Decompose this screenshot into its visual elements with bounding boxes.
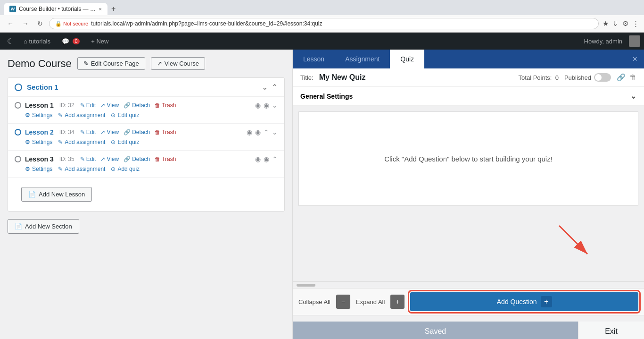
- lesson-3-edit-link[interactable]: ✎ Edit: [80, 156, 96, 162]
- visibility-icon-3a[interactable]: ◉: [255, 155, 261, 163]
- quiz-empty-text: Click "Add Question" below to start buil…: [384, 155, 553, 163]
- tab-quiz[interactable]: Quiz: [390, 50, 424, 68]
- section-expand-icon[interactable]: ⌃: [272, 83, 278, 92]
- lesson-2-name: Lesson 2: [25, 128, 54, 136]
- visibility-icon-1b[interactable]: ◉: [264, 102, 269, 109]
- lesson-2-trash-link[interactable]: 🗑 Trash: [155, 129, 176, 136]
- lesson-2-settings-link[interactable]: ⚙ Settings: [25, 139, 52, 145]
- view-icon: ↗: [100, 156, 105, 162]
- lesson-1-icons: ◉ ◉ ⌄: [255, 102, 278, 109]
- menu-icon[interactable]: ⋮: [632, 19, 639, 28]
- quiz-scroll-area[interactable]: Click "Add Question" below to start buil…: [293, 106, 644, 281]
- lesson-3-detach-link[interactable]: 🔗 Detach: [124, 156, 150, 162]
- quiz-title-value: My New Quiz: [319, 73, 513, 82]
- collapse-icon[interactable]: ⌄: [272, 102, 278, 109]
- download-icon[interactable]: ⇓: [612, 19, 619, 28]
- edit-icon: ✎: [83, 60, 89, 67]
- add-new-section-button[interactable]: 📄 Add New Section: [8, 219, 79, 234]
- lesson-3-add-assignment-link[interactable]: ✎ Add assignment: [58, 166, 105, 172]
- lesson-3-settings-link[interactable]: ⚙ Settings: [25, 166, 52, 172]
- bookmark-icon[interactable]: ★: [603, 19, 609, 28]
- quiz-published-toggle[interactable]: Published: [564, 73, 611, 82]
- edit-icon: ✎: [80, 102, 85, 109]
- tab-favicon: W: [9, 6, 16, 12]
- general-settings-label: General Settings: [300, 93, 353, 100]
- exit-button[interactable]: Exit: [578, 322, 644, 339]
- add-question-button[interactable]: Add Question +: [410, 292, 638, 311]
- quiz-empty-state: Click "Add Question" below to start buil…: [298, 111, 638, 206]
- wp-comments-link[interactable]: 💬 0: [57, 33, 84, 50]
- lesson-2-detach-link[interactable]: 🔗 Detach: [124, 129, 150, 136]
- trash-icon: 🗑: [155, 102, 160, 109]
- quiz-close-button[interactable]: ×: [626, 51, 644, 68]
- lesson-3-id: ID: 35: [59, 156, 74, 162]
- lesson-1-settings-link[interactable]: ⚙ Settings: [25, 112, 52, 119]
- quiz-icon: ⊙: [111, 139, 116, 145]
- tab-bar: W Course Builder • tutorials — Wo... × +: [0, 0, 644, 15]
- visibility-icon-2b[interactable]: ◉: [255, 128, 261, 136]
- up-icon[interactable]: ⌃: [272, 155, 278, 163]
- lesson-3-view-link[interactable]: ↗ View: [100, 156, 119, 162]
- edit-icon: ✎: [80, 129, 85, 136]
- assignment-icon: ✎: [58, 112, 63, 119]
- new-tab-button[interactable]: +: [107, 3, 119, 15]
- lesson-1-edit-link[interactable]: ✎ Edit: [80, 102, 96, 109]
- lesson-1-trash-link[interactable]: 🗑 Trash: [155, 102, 176, 109]
- lesson-1-edit-quiz-link[interactable]: ⊙ Edit quiz: [111, 112, 139, 119]
- extensions-icon[interactable]: ⚙: [622, 19, 628, 28]
- add-new-lesson-button[interactable]: 📄 Add New Lesson: [21, 187, 92, 202]
- quiz-link-icon[interactable]: 🔗: [617, 73, 626, 82]
- lesson-3-trash-link[interactable]: 🗑 Trash: [155, 156, 176, 162]
- detach-icon: 🔗: [124, 129, 131, 136]
- lesson-2-edit-quiz-link[interactable]: ⊙ Edit quiz: [111, 139, 139, 145]
- down-icon[interactable]: ⌄: [272, 128, 278, 136]
- saved-button[interactable]: Saved: [293, 322, 578, 339]
- general-settings-bar[interactable]: General Settings ⌄: [293, 87, 644, 106]
- forward-button[interactable]: →: [20, 19, 31, 28]
- quiz-footer-bar: Collapse All − Expand All + Add Question…: [293, 288, 644, 315]
- up-icon[interactable]: ⌃: [264, 128, 269, 136]
- reload-button[interactable]: ↻: [35, 19, 45, 28]
- settings-icon: ⚙: [25, 112, 30, 119]
- quiz-content-area: Click "Add Question" below to start buil…: [293, 106, 644, 322]
- back-button[interactable]: ←: [5, 19, 16, 28]
- collapse-all-label: Collapse All: [298, 298, 330, 305]
- visibility-icon-1a[interactable]: ◉: [255, 102, 261, 109]
- view-course-button[interactable]: ↗ View Course: [151, 57, 205, 70]
- expand-all-button[interactable]: +: [390, 295, 405, 309]
- wp-logo[interactable]: ☾: [4, 34, 17, 48]
- red-arrow-svg: [550, 221, 597, 259]
- section-circle-icon: [15, 84, 22, 91]
- lesson-1-view-link[interactable]: ↗ View: [100, 102, 119, 109]
- visibility-icon-3b[interactable]: ◉: [264, 155, 269, 163]
- section-name[interactable]: Section 1: [27, 83, 257, 91]
- tab-lesson[interactable]: Lesson: [293, 50, 335, 68]
- tab-assignment[interactable]: Assignment: [335, 50, 390, 68]
- browser-tab[interactable]: W Course Builder • tutorials — Wo... ×: [4, 3, 107, 15]
- visibility-icon-2a[interactable]: ◉: [247, 128, 252, 136]
- lesson-2-add-assignment-link[interactable]: ✎ Add assignment: [58, 139, 105, 145]
- wp-howdy-text: Howdy, admin: [579, 38, 627, 45]
- lesson-1-detach-link[interactable]: 🔗 Detach: [124, 102, 150, 109]
- wp-site-link[interactable]: ⌂ tutorials: [19, 33, 55, 50]
- lesson-3-icons: ◉ ◉ ⌃: [255, 155, 278, 163]
- horizontal-scrollbar[interactable]: [293, 281, 644, 288]
- published-switch[interactable]: [594, 73, 611, 82]
- lesson-circle-icon: [15, 102, 21, 109]
- lesson-3-add-quiz-link[interactable]: ⊙ Add quiz: [111, 166, 140, 172]
- lesson-2-edit-link[interactable]: ✎ Edit: [80, 129, 96, 136]
- address-bar[interactable]: 🔓 Not secure tutorials.local/wp-admin/ad…: [49, 18, 599, 29]
- wp-new-link[interactable]: + New: [86, 33, 113, 50]
- edit-course-page-button[interactable]: ✎ Edit Course Page: [77, 57, 145, 70]
- collapse-all-button[interactable]: −: [336, 295, 350, 309]
- toolbar-icons: ★ ⇓ ⚙ ⋮: [603, 19, 639, 28]
- quiz-delete-icon[interactable]: 🗑: [629, 73, 636, 82]
- close-tab-icon[interactable]: ×: [99, 6, 102, 12]
- lesson-1-add-assignment-link[interactable]: ✎ Add assignment: [58, 112, 105, 119]
- horizontal-scrollbar-2[interactable]: [293, 315, 644, 322]
- section-collapse-icon[interactable]: ⌄: [262, 83, 268, 92]
- file-icon: 📄: [28, 191, 36, 198]
- lesson-2-view-link[interactable]: ↗ View: [100, 129, 119, 136]
- url-text: tutorials.local/wp-admin/admin.php?page=…: [91, 20, 593, 27]
- lesson-item: Lesson 3 ID: 35 ✎ Edit ↗ View 🔗 Detach: [8, 151, 284, 178]
